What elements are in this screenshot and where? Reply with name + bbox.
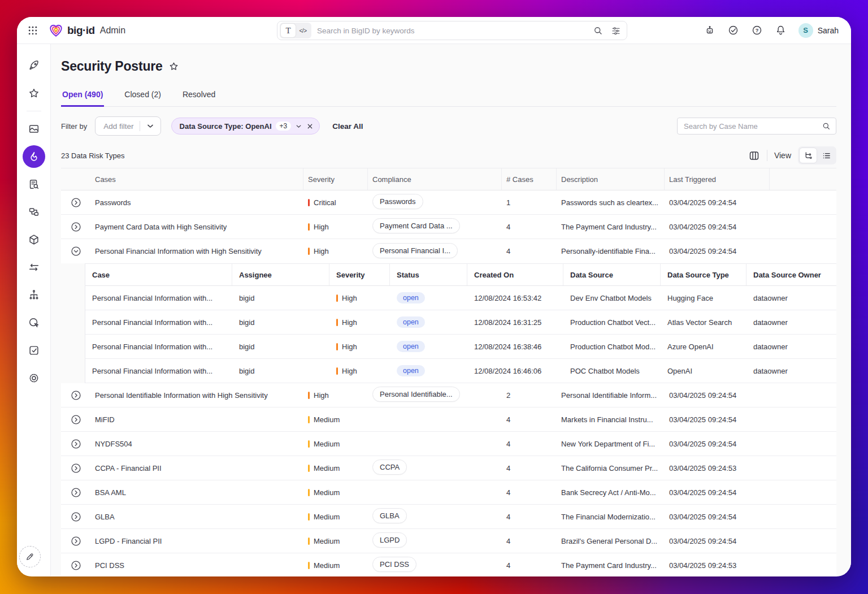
compliance-pill[interactable]: Personal Financial I... [372,243,458,258]
col-last-triggered[interactable]: Last Triggered [665,168,770,190]
table-row[interactable]: BSA AML Medium 4 Bank Secrecy Act / Anti… [61,480,836,505]
col-severity[interactable]: Severity [303,168,368,190]
subcol-data-source-type[interactable]: Data Source Type [661,264,747,285]
sub-case-name[interactable]: Personal Financial Information with... [85,367,232,375]
table-row[interactable]: Payment Card Data with High Sensitivity … [61,215,836,239]
compliance-pill[interactable]: Passwords [372,194,423,209]
edit-pencil-button[interactable] [19,546,41,567]
sidebar-item-actions[interactable] [23,339,45,362]
expand-chevron-icon[interactable] [61,414,90,426]
case-name[interactable]: Payment Card Data with High Sensitivity [90,223,303,231]
case-name[interactable]: GLBA [90,513,303,521]
list-view-button[interactable] [817,148,835,163]
col-compliance[interactable]: Compliance [368,168,502,190]
tab-open[interactable]: Open (490) [61,90,104,107]
expand-chevron-icon[interactable] [61,438,90,450]
case-name[interactable]: Personal Identifiable Information with H… [90,391,303,400]
compliance-pill[interactable]: LGPD [372,532,407,548]
table-row[interactable]: Personal Identifiable Information with H… [61,383,836,407]
table-row[interactable]: MiFID Medium 4 Markets in Financial Inst… [61,407,836,432]
subtable-row[interactable]: Personal Financial Information with... b… [85,286,836,310]
sidebar-item-catalog[interactable] [23,173,45,196]
compliance-pill[interactable]: PCI DSS [372,557,416,572]
text-mode-button[interactable]: T [281,24,296,37]
col-cases[interactable]: Cases [90,168,303,190]
expand-chevron-icon[interactable] [61,221,90,233]
manage-columns-icon[interactable] [748,150,760,162]
code-mode-button[interactable]: </> [296,24,310,37]
global-search[interactable]: T </> Search in BigID by keywords [277,21,627,40]
table-row[interactable]: NYDFS504 Medium 4 New York Department of… [61,432,836,456]
chevron-down-icon[interactable] [295,123,302,130]
case-name[interactable]: Personal Financial Information with High… [90,247,303,255]
sidebar-item-data-flows[interactable] [23,256,45,279]
notifications-bell-icon[interactable] [775,24,787,36]
col-num-cases[interactable]: # Cases [502,168,557,190]
sidebar-item-classification[interactable] [23,201,45,223]
case-name[interactable]: MiFID [90,415,303,424]
case-name[interactable]: CCPA - Financial PII [90,464,303,472]
case-search-input[interactable]: Search by Case Name [677,118,836,135]
favorite-star-icon[interactable] [168,61,179,72]
sub-case-name[interactable]: Personal Financial Information with... [85,318,232,327]
add-filter-button[interactable]: Add filter [95,116,160,136]
case-name[interactable]: PCI DSS [90,561,303,570]
compliance-pill[interactable]: Personal Identifiable... [372,387,460,402]
grouped-view-button[interactable] [799,148,817,163]
app-launcher-icon[interactable] [25,23,41,38]
active-filter-chip[interactable]: Data Source Type: OpenAI +3 [171,118,320,135]
sidebar-item-security-posture[interactable] [23,145,45,168]
case-name[interactable]: LGPD - Financial PII [90,537,303,545]
compliance-pill[interactable]: GLBA [372,508,407,523]
sidebar-item-hierarchy[interactable] [23,284,45,306]
compliance-pill[interactable]: Payment Card Data ... [372,218,460,233]
subcol-data-source-owner[interactable]: Data Source Owner [747,264,836,285]
subcol-severity[interactable]: Severity [329,264,390,285]
subtable-row[interactable]: Personal Financial Information with... b… [85,310,836,335]
sidebar-item-favorites[interactable] [23,82,45,105]
assistant-bot-icon[interactable] [704,25,715,36]
sub-case-name[interactable]: Personal Financial Information with... [85,294,232,302]
expand-chevron-icon[interactable] [61,535,90,547]
col-description[interactable]: Description [557,168,665,190]
tab-resolved[interactable]: Resolved [181,90,216,106]
expand-chevron-icon[interactable] [61,487,90,498]
subcol-data-source[interactable]: Data Source [563,264,661,285]
subcol-created-on[interactable]: Created On [467,264,563,285]
case-name[interactable]: NYDFS504 [90,440,303,448]
expand-chevron-icon[interactable] [61,389,90,401]
expand-chevron-icon[interactable] [61,462,90,474]
subtable-row[interactable]: Personal Financial Information with... b… [85,359,836,383]
sidebar-item-inventory[interactable] [23,228,45,251]
clear-all-button[interactable]: Clear All [332,122,363,131]
user-menu[interactable]: S Sarah [798,23,839,38]
filter-extra-count[interactable]: +3 [276,122,292,131]
case-name[interactable]: Passwords [90,198,303,207]
close-icon[interactable] [306,123,314,130]
expand-chevron-icon[interactable] [61,197,90,209]
search-icon[interactable] [593,25,603,36]
collapse-chevron-icon[interactable] [61,245,90,257]
help-icon[interactable]: ? [751,24,763,36]
sidebar-item-rocket[interactable] [23,54,45,77]
subcol-assignee[interactable]: Assignee [232,264,329,285]
table-row[interactable]: GLBA Medium GLBA 4 The Financial Moderni… [61,505,836,529]
sidebar-item-dashboard[interactable] [23,118,45,140]
subtable-row[interactable]: Personal Financial Information with... b… [85,335,836,359]
subcol-case[interactable]: Case [85,264,232,285]
tasks-check-icon[interactable] [727,24,739,36]
table-row-expanded[interactable]: Personal Financial Information with High… [61,239,836,263]
expand-chevron-icon[interactable] [61,560,90,571]
subcol-status[interactable]: Status [390,264,467,285]
sub-case-name[interactable]: Personal Financial Information with... [85,342,232,351]
expand-chevron-icon[interactable] [61,511,90,523]
case-name[interactable]: BSA AML [90,488,303,497]
search-settings-icon[interactable] [611,25,621,36]
brand[interactable]: big·id Admin [49,23,125,38]
table-row[interactable]: CCPA - Financial PII Medium CCPA 4 The C… [61,456,836,480]
sidebar-item-access-intelligence[interactable] [23,311,45,334]
tab-closed[interactable]: Closed (2) [123,90,162,106]
table-row[interactable]: Passwords Critical Passwords 1 Passwords… [61,190,836,215]
sidebar-item-settings[interactable] [23,367,45,389]
table-row[interactable]: LGPD - Financial PII Medium LGPD 4 Brazi… [61,529,836,553]
